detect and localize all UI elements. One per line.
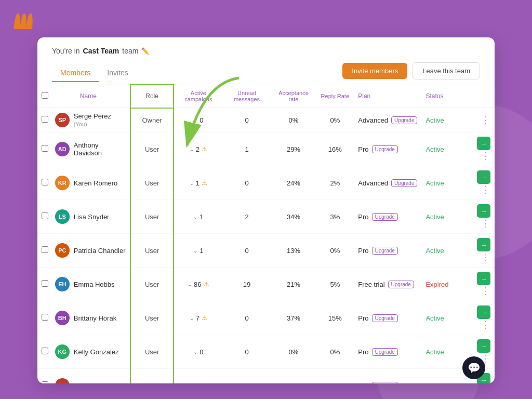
tab-invites[interactable]: Invites bbox=[99, 64, 136, 82]
more-options-button[interactable]: ⋮ bbox=[481, 252, 490, 262]
plan-name: Pro bbox=[358, 382, 368, 384]
avatar: AD bbox=[55, 142, 70, 156]
app-logo bbox=[9, 9, 41, 34]
member-plan: Pro Upgrade bbox=[354, 369, 421, 384]
member-actions: ⋮ bbox=[461, 108, 495, 132]
member-actions: → ⋮ bbox=[461, 268, 495, 301]
upgrade-button[interactable]: Upgrade bbox=[391, 179, 417, 187]
upgrade-button[interactable]: Upgrade bbox=[372, 314, 398, 322]
status-badge: Active bbox=[425, 116, 444, 124]
member-unread: 0 bbox=[222, 234, 271, 268]
avatar: KR bbox=[55, 176, 70, 190]
row-checkbox[interactable] bbox=[42, 212, 48, 219]
more-options-button[interactable]: ⋮ bbox=[481, 184, 490, 195]
member-role: User bbox=[130, 166, 174, 200]
member-acceptance: 0% bbox=[271, 108, 316, 132]
chevron-down-icon: ⌄ bbox=[193, 349, 197, 355]
plan-name: Advanced bbox=[358, 116, 388, 124]
member-role: User bbox=[130, 234, 174, 268]
tab-members[interactable]: Members bbox=[52, 64, 99, 82]
more-options-button[interactable]: ⋮ bbox=[481, 115, 490, 125]
avatar: BH bbox=[55, 311, 70, 325]
status-badge: Expired bbox=[425, 281, 448, 288]
chevron-down-icon: ⌄ bbox=[188, 282, 192, 287]
member-reply: 0% bbox=[316, 234, 354, 268]
warn-icon: ⚠ bbox=[204, 281, 209, 288]
table-row: PC Patricia Chandler User ⌄ 1 0 13% 0% P… bbox=[37, 234, 495, 268]
upgrade-button[interactable]: Upgrade bbox=[372, 247, 398, 255]
member-reply: 0% bbox=[316, 108, 354, 132]
row-checkbox[interactable] bbox=[42, 314, 48, 321]
team-header-text: You're in bbox=[52, 47, 80, 55]
status-badge: Active bbox=[425, 247, 444, 255]
row-checkbox[interactable] bbox=[42, 145, 48, 152]
member-reply: 15% bbox=[316, 301, 354, 335]
member-campaigns: ⌄ 0 bbox=[174, 335, 222, 369]
member-role: User bbox=[130, 200, 174, 234]
you-badge: (You) bbox=[74, 121, 87, 127]
row-checkbox[interactable] bbox=[42, 116, 48, 123]
chat-support-button[interactable]: 💬 bbox=[462, 356, 485, 379]
col-role: Role bbox=[130, 85, 174, 108]
invite-members-button[interactable]: Invite members bbox=[342, 63, 407, 79]
avatar: SP bbox=[55, 113, 70, 127]
more-options-button[interactable]: ⋮ bbox=[481, 218, 490, 229]
warn-icon: ⚠ bbox=[202, 145, 207, 153]
plan-name: Pro bbox=[358, 213, 368, 221]
member-campaigns: ⌄ 1 ⚠ bbox=[174, 166, 222, 200]
table-row: KR Karen Romero User ⌄ 1 ⚠ 0 24% 2% Adva… bbox=[37, 166, 495, 200]
main-card: You're in Cast Team team ✏️ Members Invi… bbox=[37, 37, 495, 383]
member-campaigns: ⌄ 0 bbox=[174, 108, 222, 132]
member-actions: → ⋮ bbox=[461, 166, 495, 200]
upgrade-button[interactable]: Upgrade bbox=[388, 281, 414, 288]
member-actions: → ⋮ bbox=[461, 234, 495, 268]
member-plan: Advanced Upgrade bbox=[354, 108, 421, 132]
more-options-button[interactable]: ⋮ bbox=[481, 286, 490, 296]
edit-team-icon[interactable]: ✏️ bbox=[141, 47, 150, 55]
leave-team-button[interactable]: Leave this team bbox=[413, 62, 480, 79]
member-reply: 0% bbox=[316, 335, 354, 369]
chevron-down-icon: ⌄ bbox=[188, 383, 192, 384]
row-checkbox[interactable] bbox=[42, 246, 48, 253]
action-button[interactable]: → bbox=[477, 204, 490, 218]
upgrade-button[interactable]: Upgrade bbox=[372, 145, 398, 153]
avatar: AF bbox=[55, 378, 70, 383]
more-options-button[interactable]: ⋮ bbox=[481, 320, 490, 330]
card-header: You're in Cast Team team ✏️ Members Invi… bbox=[37, 37, 495, 84]
chevron-down-icon: ⌄ bbox=[190, 147, 194, 152]
select-all-checkbox[interactable] bbox=[42, 92, 48, 99]
member-name-text: Emma Hobbs bbox=[74, 281, 115, 288]
status-badge: Active bbox=[425, 145, 444, 153]
upgrade-button[interactable]: Upgrade bbox=[372, 348, 398, 356]
member-name-cell: PC Patricia Chandler bbox=[55, 243, 126, 258]
avatar: PC bbox=[55, 243, 70, 258]
member-role: User bbox=[130, 132, 174, 166]
member-plan: Pro Upgrade bbox=[354, 335, 421, 369]
member-plan: Advanced Upgrade bbox=[354, 166, 421, 200]
action-button[interactable]: → bbox=[477, 305, 490, 319]
member-campaigns: ⌄ 15 ⚠ bbox=[174, 369, 222, 384]
member-acceptance: 34% bbox=[271, 200, 316, 234]
upgrade-button[interactable]: Upgrade bbox=[372, 213, 398, 221]
row-checkbox[interactable] bbox=[42, 381, 48, 383]
action-button[interactable]: → bbox=[477, 170, 490, 184]
action-button[interactable]: → bbox=[477, 272, 490, 285]
table-row: KG Kelly Gonzalez User ⌄ 0 0 0% 0% Pro U… bbox=[37, 335, 495, 369]
row-checkbox[interactable] bbox=[42, 348, 48, 354]
member-name-cell: KG Kelly Gonzalez bbox=[55, 344, 126, 359]
action-button[interactable]: → bbox=[477, 238, 490, 251]
more-options-button[interactable]: ⋮ bbox=[481, 151, 490, 161]
member-actions: → ⋮ bbox=[461, 200, 495, 234]
action-button[interactable]: → bbox=[477, 137, 490, 150]
member-reply: 3% bbox=[316, 200, 354, 234]
upgrade-button[interactable]: Upgrade bbox=[372, 382, 398, 384]
row-checkbox[interactable] bbox=[42, 179, 48, 185]
member-reply: 5% bbox=[316, 268, 354, 301]
row-checkbox[interactable] bbox=[42, 280, 48, 287]
action-button[interactable]: → bbox=[477, 339, 490, 353]
table-row: SP Serge Perez (You) Owner ⌄ 0 0 0% 0% A… bbox=[37, 108, 495, 132]
upgrade-button[interactable]: Upgrade bbox=[391, 116, 417, 124]
member-status: Active bbox=[421, 166, 461, 200]
member-unread: 0 bbox=[222, 335, 271, 369]
member-acceptance: 24% bbox=[271, 166, 316, 200]
